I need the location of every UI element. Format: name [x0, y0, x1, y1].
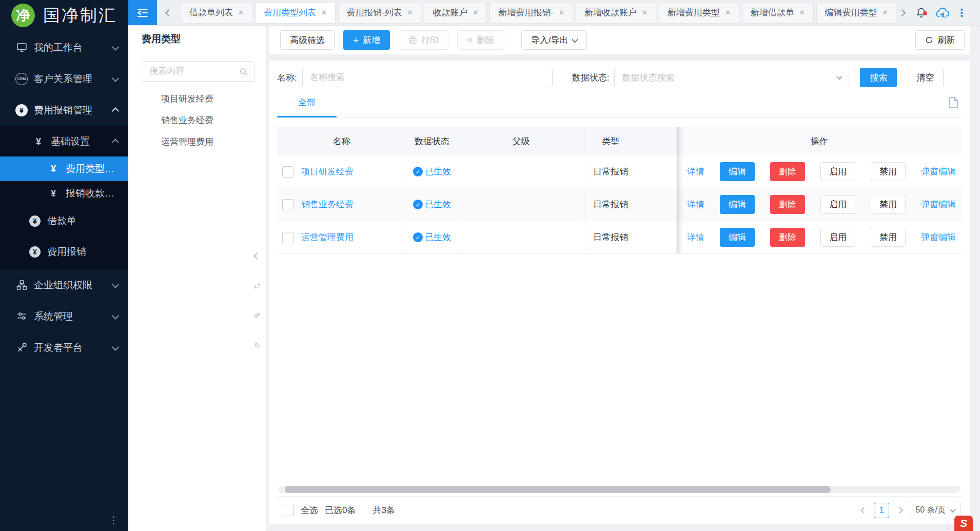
- enable-button[interactable]: 启用: [820, 162, 855, 181]
- swap-icon[interactable]: ⇄: [252, 281, 262, 290]
- refresh-button[interactable]: 刷新: [915, 30, 965, 50]
- sidebar-item-system-mgmt[interactable]: 系统管理: [0, 301, 128, 332]
- button-label: 编辑: [729, 231, 746, 243]
- tree-search-input[interactable]: [148, 66, 239, 77]
- advanced-filter-button[interactable]: 高级筛选: [280, 30, 335, 50]
- snip-tool-badge[interactable]: S: [954, 516, 973, 531]
- close-icon[interactable]: ✕: [799, 9, 805, 16]
- status-filter-select[interactable]: 数据状态搜索: [614, 68, 849, 87]
- sidebar-item-label: 费用报销: [47, 245, 118, 259]
- sidebar-item-reimburse-account[interactable]: ¥ 报销收款账户: [0, 181, 128, 206]
- scrollbar-thumb[interactable]: [285, 486, 831, 493]
- tabs-scroll-right[interactable]: [896, 10, 908, 15]
- cloud-sync-icon[interactable]: [934, 7, 951, 19]
- delete-row-button[interactable]: 删除: [770, 162, 805, 181]
- tree-node[interactable]: 销售业务经费: [128, 109, 266, 131]
- button-label: 删除: [477, 34, 495, 46]
- sidebar-item-expense-type-mgmt[interactable]: ¥ 费用类型管理: [0, 156, 128, 181]
- row-checkbox[interactable]: [282, 199, 293, 210]
- search-button[interactable]: 搜索: [860, 68, 897, 87]
- close-icon[interactable]: ✕: [559, 9, 564, 16]
- sidebar-item-expense-module[interactable]: ¥ 费用报销管理: [0, 94, 128, 126]
- link-icon[interactable]: [252, 311, 262, 320]
- sidebar-more-icon[interactable]: ⋮: [109, 514, 119, 526]
- more-menu-icon[interactable]: ⋮: [955, 7, 968, 19]
- tab-expense-type-list[interactable]: 费用类型列表✕: [255, 2, 336, 24]
- logo-icon: 净: [11, 4, 35, 27]
- detail-link[interactable]: 详情: [687, 231, 704, 243]
- enable-button[interactable]: 启用: [820, 195, 855, 214]
- page-number[interactable]: 1: [874, 503, 889, 518]
- sidebar-item-workbench[interactable]: 我的工作台: [0, 32, 128, 63]
- row-name-link[interactable]: 运营管理费用: [301, 231, 354, 243]
- modal-edit-link[interactable]: 弹窗编辑: [921, 199, 956, 210]
- tree-node[interactable]: 运营管理费用: [128, 131, 266, 152]
- edit-button[interactable]: 编辑: [720, 162, 755, 181]
- select-all-checkbox[interactable]: [283, 505, 294, 516]
- row-name-link[interactable]: 项目研发经费: [301, 166, 354, 178]
- tree-node[interactable]: 项目研发经费: [128, 88, 266, 109]
- close-icon[interactable]: ✕: [473, 9, 478, 16]
- select-all-label[interactable]: 全选: [301, 504, 318, 516]
- detail-link[interactable]: 详情: [687, 166, 704, 178]
- tab-all[interactable]: 全部: [277, 96, 337, 108]
- row-checkbox[interactable]: [282, 166, 293, 178]
- close-icon[interactable]: ✕: [321, 9, 327, 16]
- close-icon[interactable]: ✕: [883, 9, 888, 16]
- tab-receive-account[interactable]: 收款账户✕: [424, 2, 487, 24]
- print-button[interactable]: 打印: [399, 30, 448, 50]
- clear-button[interactable]: 清空: [907, 68, 944, 87]
- sidebar-item-developer-platform[interactable]: 开发者平台: [0, 332, 128, 363]
- add-button[interactable]: +新增: [343, 30, 390, 50]
- edit-button[interactable]: 编辑: [720, 195, 755, 214]
- sidebar-item-expense-reimburse[interactable]: ¥ 费用报销: [0, 237, 128, 267]
- sidebar-item-basic-settings[interactable]: ¥ 基础设置: [0, 127, 128, 156]
- row-type-cell: 日常报销: [584, 155, 637, 188]
- detail-link[interactable]: 详情: [687, 199, 704, 210]
- sidebar-item-label: 基础设置: [51, 135, 113, 148]
- tab-edit-expense-type[interactable]: 编辑费用类型✕: [816, 2, 897, 24]
- close-icon[interactable]: ✕: [407, 9, 413, 16]
- tab-new-expense-type[interactable]: 新增费用类型✕: [659, 2, 739, 24]
- list-footer: 全选 已选0条 共3条 1 50 条/页: [277, 496, 962, 524]
- close-icon[interactable]: ✕: [642, 9, 648, 16]
- tab-expense-reimburse-list[interactable]: 费用报销-列表✕: [338, 2, 422, 24]
- row-checkbox[interactable]: [282, 232, 293, 243]
- refresh-panel-icon[interactable]: ↻: [252, 341, 262, 350]
- next-page-icon[interactable]: [896, 507, 903, 514]
- name-filter-input[interactable]: [302, 68, 553, 87]
- tabs-scroll-left[interactable]: [157, 10, 181, 15]
- tab-loan-list[interactable]: 借款单列表✕: [181, 2, 252, 24]
- panel-collapse-icon[interactable]: [252, 251, 262, 261]
- sidebar-item-org-permission[interactable]: 企业组织权限: [0, 269, 128, 301]
- modal-edit-link[interactable]: 弹窗编辑: [921, 166, 956, 178]
- delete-row-button[interactable]: 删除: [770, 228, 805, 247]
- disable-button[interactable]: 禁用: [871, 195, 906, 214]
- close-icon[interactable]: ✕: [238, 9, 244, 16]
- delete-row-button[interactable]: 删除: [770, 195, 805, 214]
- modal-edit-link[interactable]: 弹窗编辑: [921, 231, 956, 243]
- disable-button[interactable]: 禁用: [871, 228, 906, 247]
- sidebar-collapse-button[interactable]: [128, 0, 157, 25]
- tab-new-receive-account[interactable]: 新增收款账户✕: [576, 2, 656, 24]
- yen-circle-icon: ¥: [29, 215, 41, 227]
- tab-new-expense-reimburse[interactable]: 新增费用报销-✕: [489, 2, 573, 24]
- edit-button[interactable]: 编辑: [720, 228, 755, 247]
- sidebar-item-loan-form[interactable]: ¥ 借款单: [0, 206, 128, 237]
- horizontal-scrollbar[interactable]: [278, 486, 961, 493]
- row-name-link[interactable]: 销售业务经费: [301, 199, 354, 210]
- sidebar-item-crm[interactable]: CRM 客户关系管理: [0, 63, 128, 94]
- disable-button[interactable]: 禁用: [871, 162, 906, 181]
- search-icon[interactable]: [239, 67, 248, 76]
- table-body: 项目研发经费 ✓已生效 日常报销 详情 编辑 删除 启用 禁用 弹窗编辑: [277, 155, 962, 254]
- notification-bell-icon[interactable]: [912, 7, 930, 19]
- document-icon[interactable]: [949, 96, 958, 108]
- chevron-right-icon: [898, 9, 906, 16]
- close-icon[interactable]: ✕: [725, 9, 731, 16]
- prev-page-icon[interactable]: [860, 507, 867, 514]
- sidebar-item-label: 费用报销管理: [34, 104, 113, 117]
- delete-button[interactable]: ✕删除: [457, 30, 504, 50]
- import-export-button[interactable]: 导入/导出: [521, 30, 587, 50]
- enable-button[interactable]: 启用: [820, 228, 855, 247]
- tab-new-loan[interactable]: 新增借款单✕: [742, 2, 814, 24]
